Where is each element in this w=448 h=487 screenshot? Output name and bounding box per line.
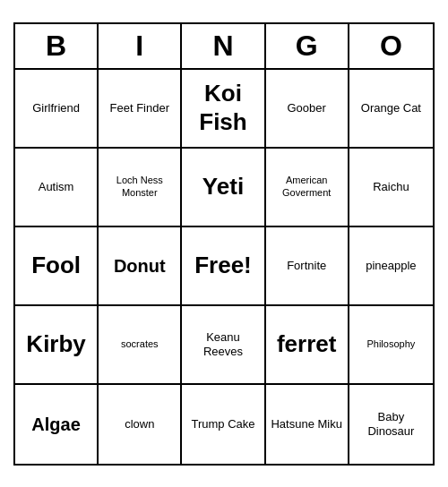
bingo-cell: Keanu Reeves (182, 306, 265, 385)
bingo-cell: Loch Ness Monster (99, 149, 182, 227)
bingo-header-letter: G (266, 24, 349, 68)
bingo-cell: Orange Cat (349, 70, 433, 149)
bingo-cell: Fortnite (266, 227, 349, 306)
bingo-cell: Hatsune Miku (266, 385, 349, 464)
bingo-header-letter: I (99, 24, 182, 68)
bingo-header: BINGO (15, 24, 433, 70)
bingo-cell: Algae (15, 385, 99, 464)
bingo-cell: Raichu (349, 149, 433, 227)
bingo-cell: Donut (99, 227, 182, 306)
bingo-cell: Feet Finder (99, 70, 182, 149)
bingo-cell: Autism (15, 149, 99, 227)
bingo-cell: clown (99, 385, 182, 464)
bingo-cell: ferret (266, 306, 349, 385)
bingo-cell: Fool (15, 227, 99, 306)
bingo-cell: pineapple (349, 227, 433, 306)
bingo-cell: Yeti (182, 149, 265, 227)
bingo-cell: Koi Fish (182, 70, 265, 149)
bingo-header-letter: O (349, 24, 433, 68)
bingo-cell: Baby Dinosaur (349, 385, 433, 464)
bingo-header-letter: B (15, 24, 99, 68)
bingo-header-letter: N (182, 24, 265, 68)
bingo-cell: Free! (182, 227, 265, 306)
bingo-cell: socrates (99, 306, 182, 385)
bingo-card: BINGO GirlfriendFeet FinderKoi FishGoobe… (13, 22, 435, 466)
bingo-cell: Trump Cake (182, 385, 265, 464)
bingo-cell: American Goverment (266, 149, 349, 227)
bingo-cell: Philosophy (349, 306, 433, 385)
bingo-cell: Kirby (15, 306, 99, 385)
bingo-grid: GirlfriendFeet FinderKoi FishGooberOrang… (15, 70, 433, 464)
bingo-cell: Goober (266, 70, 349, 149)
bingo-cell: Girlfriend (15, 70, 99, 149)
